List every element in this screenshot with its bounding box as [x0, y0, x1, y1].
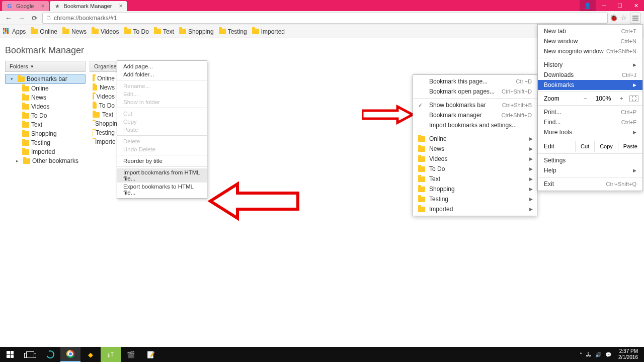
tab-bookmark-manager[interactable]: ★ Bookmark Manager × — [50, 1, 127, 11]
menu-settings[interactable]: Settings — [538, 155, 642, 165]
close-window-button[interactable]: ✕ — [628, 0, 644, 11]
zoom-out-button[interactable]: − — [580, 95, 590, 102]
network-icon[interactable]: 🖧 — [586, 352, 591, 357]
menu-find[interactable]: Find...Ctrl+F — [538, 117, 642, 127]
taskbar-chrome[interactable] — [60, 347, 80, 362]
chrome-icon — [66, 350, 74, 358]
disclosure-closed-icon[interactable]: ▸ — [16, 158, 21, 163]
list-item[interactable]: Online — [90, 74, 118, 83]
list-item[interactable]: To Do — [90, 101, 118, 110]
submenu-folder[interactable]: Imported▶ — [413, 204, 537, 214]
submenu-bookmark-manager[interactable]: Bookmark managerCtrl+Shift+O — [413, 110, 537, 120]
chrome-menu-button[interactable] — [630, 13, 641, 24]
google-favicon: G — [6, 3, 13, 10]
forward-button[interactable]: → — [16, 13, 27, 24]
taskbar-wordpad[interactable]: 📝 — [141, 347, 161, 362]
bookmark-folder-online[interactable]: Online — [31, 28, 57, 35]
taskbar-clock[interactable]: 2:37 PM 2/1/2016 — [615, 348, 641, 360]
menu-add-page[interactable]: Add page... — [117, 62, 207, 70]
bookmark-folder-news[interactable]: News — [62, 28, 87, 35]
tree-item[interactable]: News — [5, 93, 86, 102]
bookmark-folder-testing[interactable]: Testing — [219, 28, 247, 35]
menu-exit[interactable]: ExitCtrl+Shift+Q — [538, 179, 642, 189]
apps-shortcut[interactable]: Apps — [3, 28, 26, 35]
list-item[interactable]: Importe — [90, 137, 118, 146]
caret-down-icon: ▼ — [30, 64, 34, 69]
bookmark-folder-text[interactable]: Text — [154, 28, 174, 35]
edit-cut-button[interactable]: Cut — [575, 141, 594, 152]
submenu-bookmark-page[interactable]: Bookmark this page...Ctrl+D — [413, 76, 537, 86]
address-bar[interactable]: 🗋 chrome://bookmarks/#1 — [42, 13, 608, 24]
tree-bookmarks-bar[interactable]: ▾Bookmarks bar — [5, 74, 86, 84]
menu-history[interactable]: History▶ — [538, 60, 642, 70]
task-view-button[interactable] — [20, 347, 40, 362]
bookmark-folder-shopping[interactable]: Shopping — [179, 28, 214, 35]
start-button[interactable] — [0, 347, 20, 362]
profile-button[interactable]: 👤 — [580, 0, 596, 11]
tree-item[interactable]: Text — [5, 120, 86, 129]
menu-downloads[interactable]: DownloadsCtrl+J — [538, 70, 642, 80]
zoom-in-button[interactable]: + — [616, 95, 626, 102]
close-tab-icon[interactable]: × — [119, 3, 123, 10]
tab-google[interactable]: G Google × — [2, 1, 49, 11]
tree-item[interactable]: Testing — [5, 138, 86, 147]
fullscreen-button[interactable]: ⛶ — [629, 95, 638, 102]
volume-icon[interactable]: 🔊 — [595, 352, 601, 357]
close-tab-icon[interactable]: × — [41, 3, 44, 10]
minimize-button[interactable]: ─ — [596, 0, 612, 11]
list-item[interactable]: Videos — [90, 92, 118, 101]
edit-paste-button[interactable]: Paste — [618, 141, 642, 152]
tree-item[interactable]: To Do — [5, 111, 86, 120]
tree-item[interactable]: Videos — [5, 102, 86, 111]
menu-bookmarks[interactable]: Bookmarks▶ — [538, 80, 642, 90]
taskbar-edge[interactable] — [40, 347, 60, 362]
submenu-import-settings[interactable]: Import bookmarks and settings... — [413, 120, 537, 130]
tree-item[interactable]: Shopping — [5, 129, 86, 138]
submenu-folder[interactable]: Testing▶ — [413, 194, 537, 204]
maximize-button[interactable]: ☐ — [612, 0, 628, 11]
window-controls: ─ ☐ ✕ — [596, 0, 644, 11]
menu-export-html[interactable]: Export bookmarks to HTML file... — [117, 183, 207, 197]
list-item[interactable]: Testing — [90, 128, 118, 137]
disclosure-open-icon[interactable]: ▾ — [11, 76, 16, 81]
reload-button[interactable]: ⟳ — [29, 13, 40, 24]
menu-import-html[interactable]: Import bookmarks from HTML file... — [117, 168, 207, 183]
menu-print[interactable]: Print...Ctrl+P — [538, 107, 642, 117]
list-item[interactable]: Shoppin — [90, 119, 118, 128]
submenu-folder[interactable]: To Do▶ — [413, 164, 537, 174]
action-center-icon[interactable]: 💬 — [605, 352, 611, 357]
edit-copy-button[interactable]: Copy — [594, 141, 618, 152]
folder-icon — [22, 122, 29, 128]
menu-new-incognito[interactable]: New incognito windowCtrl+Shift+N — [538, 46, 642, 56]
menu-new-window[interactable]: New windowCtrl+N — [538, 36, 642, 46]
tree-item[interactable]: Imported — [5, 147, 86, 156]
submenu-folder[interactable]: Text▶ — [413, 174, 537, 184]
taskbar-app3[interactable]: 🎬 — [121, 347, 141, 362]
list-item[interactable]: Text — [90, 110, 118, 119]
submenu-show-bar[interactable]: ✓Show bookmarks barCtrl+Shift+B — [413, 100, 537, 110]
list-item[interactable]: News — [90, 83, 118, 92]
menu-add-folder[interactable]: Add folder... — [117, 70, 207, 78]
taskbar-app2[interactable]: μT — [101, 347, 121, 362]
taskbar-app1[interactable]: ◆ — [80, 347, 101, 362]
menu-reorder[interactable]: Reorder by title — [117, 157, 207, 165]
extension-icon[interactable]: 🐞 — [610, 14, 618, 22]
submenu-folder[interactable]: Shopping▶ — [413, 184, 537, 194]
menu-more-tools[interactable]: More tools▶ — [538, 127, 642, 137]
menu-new-tab[interactable]: New tabCtrl+T — [538, 26, 642, 36]
bookmark-folder-todo[interactable]: To Do — [124, 28, 149, 35]
folders-header[interactable]: Folders▼ — [5, 61, 86, 72]
tray-expand-icon[interactable]: ˄ — [580, 352, 582, 357]
organise-header[interactable]: Organise▼ — [90, 61, 120, 72]
bookmark-folder-videos[interactable]: Videos — [92, 28, 119, 35]
menu-help[interactable]: Help▶ — [538, 165, 642, 175]
submenu-bookmark-open[interactable]: Bookmark open pages...Ctrl+Shift+D — [413, 86, 537, 97]
back-button[interactable]: ← — [3, 13, 14, 24]
submenu-folder[interactable]: Videos▶ — [413, 154, 537, 164]
tree-item[interactable]: Online — [5, 84, 86, 93]
bookmark-folder-imported[interactable]: Imported — [252, 28, 285, 35]
tree-other-bookmarks[interactable]: ▸Other bookmarks — [5, 156, 86, 165]
submenu-folder[interactable]: News▶ — [413, 144, 537, 154]
submenu-folder[interactable]: Online▶ — [413, 134, 537, 144]
bookmark-star-icon[interactable]: ☆ — [620, 14, 628, 22]
